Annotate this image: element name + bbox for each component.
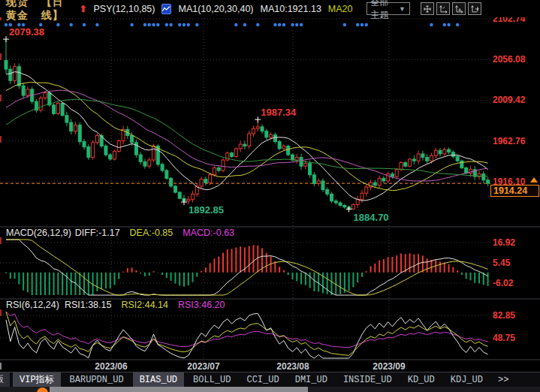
tab-barupdn-ud[interactable]: BARUPDN_UD [63,372,131,387]
line-chart-icon [161,4,171,14]
indicator-tab-bar: 版 VIP指标BARUPDN_UDBIAS_UDBOLL_UDCCI_UDDMI… [0,372,540,387]
tab-kd-ud[interactable]: KD_UD [401,372,442,387]
tab-kdj-ud[interactable]: KDJ_UD [444,372,490,387]
tab-dmi-ud[interactable]: DMI_UD [288,372,334,387]
ma20-label: MA20 [328,4,353,14]
horizontal-scrollbar[interactable] [0,387,540,392]
psy-indicator-label: PSY(12,10,85) [93,4,155,14]
tab-bias-ud[interactable]: BIAS_UD [133,372,184,387]
chart-tool-buttons [421,2,481,15]
axis-scale-icon[interactable] [436,2,450,15]
ma10-value-label: MA10:1921.13 [261,4,321,14]
tab-inside-ud[interactable]: INSIDE_UD [336,372,399,387]
symbol-name: 现货黄金 [6,0,38,23]
theme-dropdown[interactable]: 全部主题 ▼ [367,2,411,15]
crosshair-icon[interactable] [421,2,434,15]
axis-move-right-icon[interactable] [468,2,481,15]
top-toolbar: 现货黄金 【日线】 ⬆ PSY(12,10,85) MA1(10,20,30,4… [0,0,540,17]
chevron-down-icon: ▼ [399,5,406,13]
axis-scale-right-icon[interactable] [452,2,466,15]
theme-dropdown-label: 全部主题 [371,0,392,22]
chart-plot-area[interactable] [0,0,540,392]
up-arrow-icon: ⬆ [79,5,86,14]
tab-vip-[interactable]: VIP指标 [13,372,61,387]
tab-boll-ud[interactable]: BOLL_UD [186,372,237,387]
trading-terminal: 现货黄金 【日线】 ⬆ PSY(12,10,85) MA1(10,20,30,4… [0,0,540,392]
tab-cci-ud[interactable]: CCI_UD [240,372,285,387]
tab-clipped[interactable]: 版 [0,372,10,387]
more-tabs-button[interactable]: >> [492,372,514,387]
scrollbar-thumb[interactable] [50,387,308,392]
ma-group-label: MA1(10,20,30,40) [178,4,253,14]
period-label: 【日线】 [41,0,73,23]
